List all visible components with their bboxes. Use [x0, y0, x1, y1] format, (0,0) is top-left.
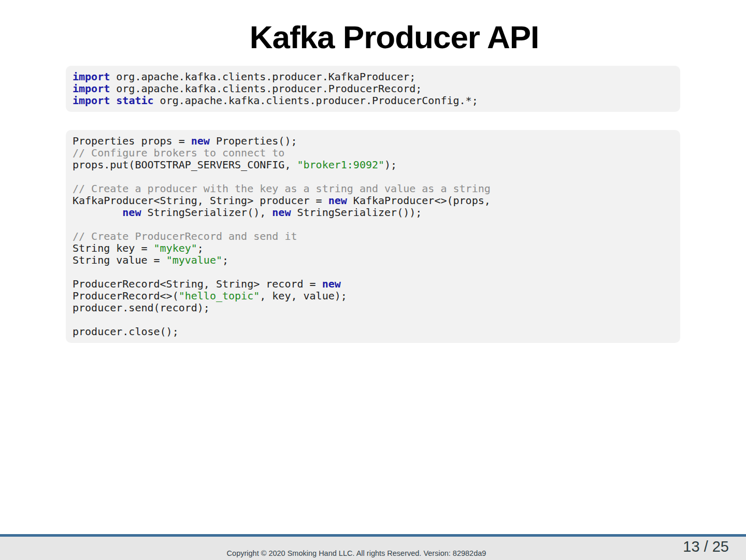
code-line: import static org.apache.kafka.clients.p… [73, 95, 673, 107]
code-line [73, 314, 673, 326]
slide-content: Kafka Producer API import org.apache.kaf… [0, 0, 746, 343]
code-line: // Create ProducerRecord and send it [73, 231, 673, 242]
code-string: "mykey" [154, 242, 197, 254]
code-keyword: new [328, 194, 347, 207]
code-keyword: new [322, 278, 341, 290]
code-text: KafkaProducer<String, String> producer = [73, 194, 328, 207]
footer: 13 / 25 Copyright © 2020 Smoking Hand LL… [0, 537, 746, 560]
page-title: Kafka Producer API [87, 19, 701, 55]
code-text: producer.close(); [73, 325, 179, 338]
code-string: "broker1:9092" [297, 159, 384, 171]
code-line: import org.apache.kafka.clients.producer… [73, 71, 673, 83]
code-line: // Configure brokers to connect to [73, 147, 673, 159]
code-text: ; [222, 254, 228, 266]
code-line: String value = "myvalue"; [73, 254, 673, 266]
code-comment: // Configure brokers to connect to [73, 147, 284, 159]
code-text: String key = [73, 242, 154, 254]
code-text: org.apache.kafka.clients.producer.Produc… [154, 94, 478, 107]
code-string: "hello_topic" [179, 290, 260, 302]
code-text: KafkaProducer<>(props, [347, 194, 491, 207]
code-keyword: import [73, 82, 110, 95]
code-line: props.put(BOOTSTRAP_SERVERS_CONFIG, "bro… [73, 159, 673, 171]
code-line: ProducerRecord<String, String> record = … [73, 278, 673, 290]
code-block-producer-example: Properties props = new Properties();// C… [66, 130, 680, 343]
code-text: Properties(); [210, 135, 297, 147]
code-line: KafkaProducer<String, String> producer =… [73, 195, 673, 207]
code-line [73, 171, 673, 183]
code-block-imports: import org.apache.kafka.clients.producer… [66, 66, 680, 112]
code-string: "myvalue" [166, 254, 222, 266]
code-line: String key = "mykey"; [73, 242, 673, 254]
code-text: ; [197, 242, 204, 254]
code-text: StringSerializer(), [141, 206, 272, 219]
code-line [73, 219, 673, 231]
code-comment: // Create a producer with the key as a s… [73, 182, 491, 195]
code-keyword: new [272, 206, 291, 219]
code-keyword: new [191, 135, 210, 147]
code-keyword: new [122, 206, 141, 219]
code-text: String value = [73, 254, 166, 266]
code-text: producer.send(record); [73, 301, 210, 314]
code-text: StringSerializer()); [291, 206, 422, 219]
code-line: producer.send(record); [73, 302, 673, 314]
code-line: producer.close(); [73, 326, 673, 338]
code-line: Properties props = new Properties(); [73, 135, 673, 147]
code-keyword: static [116, 94, 153, 107]
code-line: ProducerRecord<>("hello_topic", key, val… [73, 290, 673, 302]
code-text: ProducerRecord<String, String> record = [73, 278, 322, 290]
code-text: org.apache.kafka.clients.producer.Produc… [110, 82, 422, 95]
copyright-text: Copyright © 2020 Smoking Hand LLC. All r… [0, 549, 729, 557]
code-line [73, 266, 673, 278]
slide: Kafka Producer API import org.apache.kaf… [0, 0, 746, 560]
code-line: new StringSerializer(), new StringSerial… [73, 207, 673, 219]
code-text: Properties props = [73, 135, 191, 147]
code-text: ); [384, 159, 397, 171]
code-keyword: import [73, 94, 110, 107]
code-text [110, 94, 116, 107]
code-line: import org.apache.kafka.clients.producer… [73, 83, 673, 95]
code-text [73, 206, 122, 219]
code-text: , key, value); [260, 290, 347, 302]
code-text: org.apache.kafka.clients.producer.KafkaP… [110, 70, 415, 83]
code-keyword: import [73, 70, 110, 83]
code-text: ProducerRecord<>( [73, 290, 179, 302]
code-text: props.put(BOOTSTRAP_SERVERS_CONFIG, [73, 159, 297, 171]
code-comment: // Create ProducerRecord and send it [73, 230, 297, 242]
code-line: // Create a producer with the key as a s… [73, 183, 673, 195]
